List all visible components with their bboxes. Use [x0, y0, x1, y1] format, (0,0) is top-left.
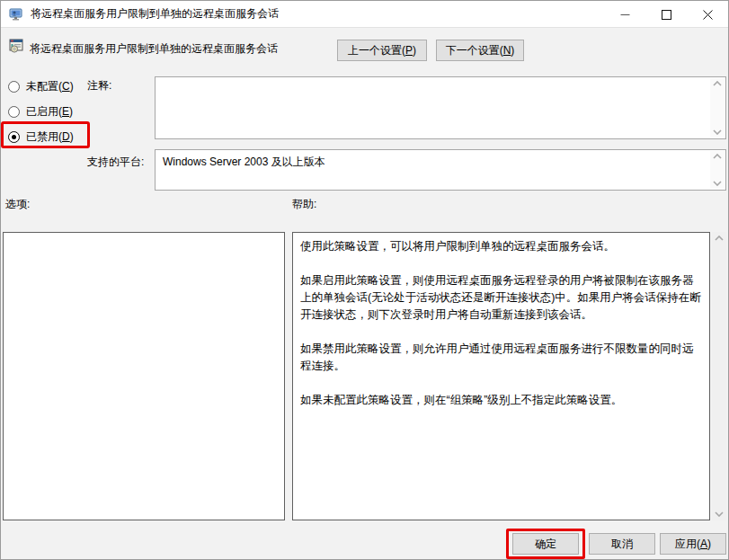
scroll-up-icon — [713, 154, 722, 159]
titlebar: 将远程桌面服务用户限制到单独的远程桌面服务会话 — [1, 1, 728, 28]
cancel-button[interactable]: 取消 — [589, 533, 655, 555]
help-paragraph: 如果禁用此策略设置，则允许用户通过使用远程桌面服务进行不限数量的同时远程连接。 — [300, 341, 702, 375]
scroll-up-icon — [713, 81, 722, 86]
maximize-button[interactable] — [645, 1, 687, 28]
policy-settings-window: { "window": { "title": "将远程桌面服务用户限制到单独的远… — [0, 0, 729, 560]
radio-not-configured-label: 未配置(C) — [26, 79, 74, 94]
options-panel — [3, 232, 285, 520]
comment-label: 注释: — [87, 78, 111, 93]
options-label: 选项: — [5, 197, 30, 212]
maximize-icon — [662, 10, 671, 20]
scroll-down-icon — [713, 181, 722, 186]
help-scrollbar[interactable] — [712, 232, 726, 520]
help-paragraph: 如果未配置此策略设置，则在“组策略”级别上不指定此策略设置。 — [300, 392, 702, 409]
close-icon — [703, 10, 713, 20]
radio-enabled[interactable]: 已启用(E) — [8, 104, 73, 119]
previous-setting-button[interactable]: 上一个设置(P) — [337, 40, 427, 61]
group-policy-setting-icon — [9, 38, 24, 53]
help-text-area[interactable]: 使用此策略设置，可以将用户限制到单独的远程桌面服务会话。 如果启用此策略设置，则… — [292, 232, 710, 520]
platform-scrollbar[interactable] — [710, 151, 725, 189]
help-label: 帮助: — [292, 197, 316, 212]
comment-input[interactable] — [156, 77, 711, 138]
radio-circle-icon — [8, 81, 20, 93]
minimize-icon — [620, 10, 630, 20]
scroll-down-icon — [713, 129, 722, 135]
radio-disabled[interactable]: 已禁用(D) — [8, 129, 74, 144]
radio-disabled-label: 已禁用(D) — [26, 129, 74, 145]
window-title: 将远程桌面服务用户限制到单独的远程桌面服务会话 — [31, 6, 279, 22]
remote-desktop-monitor-icon — [9, 7, 23, 22]
comment-scrollbar[interactable] — [710, 78, 725, 138]
next-setting-button[interactable]: 下一个设置(N) — [436, 40, 524, 61]
policy-setting-title: 将远程桌面服务用户限制到单独的远程桌面服务会话 — [30, 41, 278, 57]
supported-platforms-label: 支持的平台: — [87, 155, 144, 170]
radio-selected-icon — [8, 131, 20, 143]
apply-button[interactable]: 应用(A) — [660, 533, 726, 555]
radio-circle-icon — [8, 106, 20, 118]
radio-not-configured[interactable]: 未配置(C) — [8, 79, 74, 93]
help-paragraph: 如果启用此策略设置，则使用远程桌面服务远程登录的用户将被限制在该服务器上的单独会… — [300, 272, 702, 324]
scroll-up-icon — [715, 236, 724, 241]
close-button[interactable] — [687, 1, 728, 28]
minimize-button[interactable] — [604, 1, 645, 28]
scroll-down-icon — [715, 511, 724, 517]
help-paragraph: 使用此策略设置，可以将用户限制到单独的远程桌面服务会话。 — [300, 238, 702, 255]
radio-enabled-label: 已启用(E) — [26, 104, 73, 120]
window-controls — [604, 1, 728, 28]
comment-box — [155, 76, 726, 139]
supported-platforms-field[interactable]: Windows Server 2003 及以上版本 — [155, 149, 726, 191]
supported-platforms-value: Windows Server 2003 及以上版本 — [163, 155, 325, 170]
ok-button[interactable]: 确定 — [512, 533, 579, 555]
